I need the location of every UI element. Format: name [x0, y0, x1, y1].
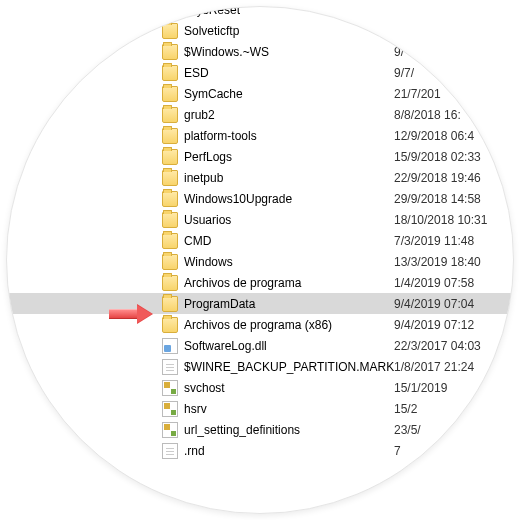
item-name: hsrv [184, 402, 394, 416]
highlight-arrow [109, 304, 155, 324]
item-name: platform-tools [184, 129, 394, 143]
item-date: 7/3/2019 11:48 [394, 234, 474, 248]
folder-icon [162, 233, 178, 249]
list-item[interactable]: $WINRE_BACKUP_PARTITION.MARKER1/8/2017 2… [7, 356, 514, 377]
item-date: 9/4/2019 07:04 [394, 297, 474, 311]
folder-icon [162, 254, 178, 270]
item-date: 8/8/2018 16: [394, 108, 461, 122]
list-item[interactable]: .rnd7 [7, 440, 514, 461]
folder-icon [162, 296, 178, 312]
item-date: 15/9/2018 02:33 [394, 150, 481, 164]
list-item[interactable]: svchost15/1/2019 [7, 377, 514, 398]
item-name: SymCache [184, 87, 394, 101]
item-name: PerfLogs [184, 150, 394, 164]
list-item[interactable]: PerfLogs15/9/2018 02:33 [7, 146, 514, 167]
item-date: 1/8/2017 21:24 [394, 360, 474, 374]
item-name: CMD [184, 234, 394, 248]
item-name: Solveticftp [184, 24, 394, 38]
item-name: grub2 [184, 108, 394, 122]
list-item[interactable]: Archivos de programa (x86)9/4/2019 07:12 [7, 314, 514, 335]
folder-icon [162, 212, 178, 228]
dll-icon [162, 338, 178, 354]
list-item[interactable]: ..sysReset [7, 6, 514, 20]
item-name: $Windows.~WS [184, 45, 394, 59]
item-name: ..sysReset [184, 6, 394, 17]
list-item[interactable]: hsrv15/2 [7, 398, 514, 419]
item-date: 18/10/2018 10:31 [394, 213, 487, 227]
item-name: ProgramData [184, 297, 394, 311]
item-date: 9/4/2019 07:12 [394, 318, 474, 332]
arrow-shaft [109, 309, 137, 319]
item-date: 9/ [394, 45, 404, 59]
folder-icon [162, 86, 178, 102]
ini-icon [162, 401, 178, 417]
list-item[interactable]: inetpub22/9/2018 19:46 [7, 167, 514, 188]
item-name: SoftwareLog.dll [184, 339, 394, 353]
item-date: 9/7/ [394, 66, 414, 80]
list-item[interactable]: grub28/8/2018 16: [7, 104, 514, 125]
item-date: 29/9/2018 14:58 [394, 192, 481, 206]
folder-icon [162, 191, 178, 207]
item-date: 22/9/2018 19:46 [394, 171, 481, 185]
folder-icon [162, 65, 178, 81]
folder-icon [162, 44, 178, 60]
item-date: 21/7/201 [394, 87, 441, 101]
item-date: 15/1/2019 [394, 381, 447, 395]
folder-icon [162, 128, 178, 144]
folder-icon [162, 6, 178, 18]
list-item[interactable]: Windows10Upgrade29/9/2018 14:58 [7, 188, 514, 209]
list-item[interactable]: SoftwareLog.dll22/3/2017 04:03 [7, 335, 514, 356]
folder-icon [162, 107, 178, 123]
file-icon [162, 359, 178, 375]
item-date: 1/4/2019 07:58 [394, 276, 474, 290]
item-name: Windows [184, 255, 394, 269]
folder-icon [162, 23, 178, 39]
list-item[interactable]: ProgramData9/4/2019 07:04 [7, 293, 514, 314]
circle-viewport: ..sysResetSolveticftp$Windows.~WS9/ESD9/… [6, 6, 514, 514]
list-item[interactable]: Usuarios18/10/2018 10:31 [7, 209, 514, 230]
item-name: Archivos de programa [184, 276, 394, 290]
list-item[interactable]: CMD7/3/2019 11:48 [7, 230, 514, 251]
list-item[interactable]: Windows13/3/2019 18:40 [7, 251, 514, 272]
folder-icon [162, 149, 178, 165]
item-name: inetpub [184, 171, 394, 185]
item-date: 13/3/2019 18:40 [394, 255, 481, 269]
item-date: 15/2 [394, 402, 417, 416]
item-date: 22/3/2017 04:03 [394, 339, 481, 353]
item-name: Windows10Upgrade [184, 192, 394, 206]
list-item[interactable]: SymCache21/7/201 [7, 83, 514, 104]
item-name: Usuarios [184, 213, 394, 227]
item-date: 12/9/2018 06:4 [394, 129, 474, 143]
folder-icon [162, 317, 178, 333]
item-date: 7 [394, 444, 401, 458]
list-item[interactable]: url_setting_definitions23/5/ [7, 419, 514, 440]
item-name: $WINRE_BACKUP_PARTITION.MARKER [184, 360, 394, 374]
list-item[interactable]: platform-tools12/9/2018 06:4 [7, 125, 514, 146]
list-item[interactable]: Archivos de programa1/4/2019 07:58 [7, 272, 514, 293]
list-item[interactable]: $Windows.~WS9/ [7, 41, 514, 62]
list-item[interactable]: ESD9/7/ [7, 62, 514, 83]
item-name: .rnd [184, 444, 394, 458]
folder-icon [162, 170, 178, 186]
item-name: ESD [184, 66, 394, 80]
file-icon [162, 443, 178, 459]
item-name: Archivos de programa (x86) [184, 318, 394, 332]
item-name: url_setting_definitions [184, 423, 394, 437]
folder-icon [162, 275, 178, 291]
ini-icon [162, 380, 178, 396]
item-date: 23/5/ [394, 423, 421, 437]
list-item[interactable]: Solveticftp [7, 20, 514, 41]
ini-icon [162, 422, 178, 438]
arrow-head [137, 304, 153, 324]
file-list: ..sysResetSolveticftp$Windows.~WS9/ESD9/… [7, 6, 514, 461]
item-name: svchost [184, 381, 394, 395]
